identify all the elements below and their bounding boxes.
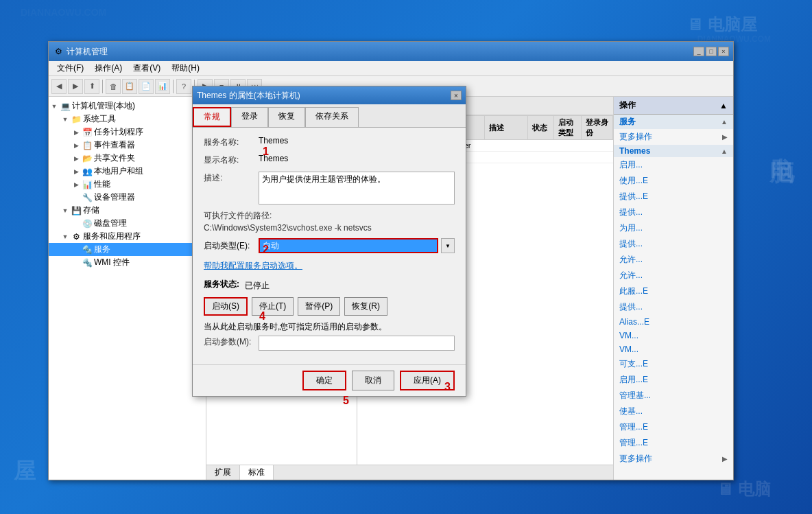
service-name-row: 服务名称: Themes [204, 136, 455, 148]
expand-devmgr[interactable] [71, 192, 82, 203]
ops-themes-item-16[interactable]: 使基... [614, 404, 733, 419]
toolbar-back[interactable]: ◀ [51, 79, 67, 94]
disk-icon: 💿 [82, 218, 93, 229]
description-label: 描述: [204, 172, 259, 184]
resume-button[interactable]: 恢复(R) [344, 297, 387, 316]
ops-more-actions-2[interactable]: 更多操作 ▶ [614, 451, 733, 467]
tree-systools[interactable]: ▼ 📁 系统工具 [49, 113, 206, 126]
expand-storage[interactable]: ▼ [60, 205, 71, 216]
ops-themes-item-12-label: VM... [619, 344, 638, 354]
start-params-input[interactable] [259, 336, 455, 351]
col-desc[interactable]: 描述 [485, 116, 528, 140]
tree-wmi[interactable]: 🔩 WMI 控件 [49, 256, 206, 269]
col-status[interactable]: 状态 [528, 116, 553, 140]
ops-themes-item-15[interactable]: 管理基... [614, 388, 733, 404]
ops-themes-item-7[interactable]: 允许... [614, 268, 733, 283]
expand-diskmgr[interactable] [71, 218, 82, 229]
expand-performance[interactable]: ▶ [71, 179, 82, 190]
tree-performance[interactable]: ▶ 📊 性能 [49, 178, 206, 191]
menu-action[interactable]: 操作(A) [89, 61, 128, 75]
dialog-close-button[interactable]: × [451, 91, 462, 100]
ops-themes-item-18[interactable]: 管理...E [614, 435, 733, 451]
tab-recovery[interactable]: 恢复 [268, 107, 305, 127]
start-params-label: 启动参数(M): [204, 336, 259, 348]
expand-sharedfolder[interactable]: ▶ [71, 153, 82, 164]
tree-storage[interactable]: ▼ 💾 存储 [49, 204, 206, 217]
toolbar-action4[interactable]: 📊 [155, 79, 170, 94]
toolbar-action3[interactable]: 📄 [139, 79, 154, 94]
ops-themes-item-0[interactable]: 启用... [614, 157, 733, 173]
startup-dropdown-arrow[interactable]: ▼ [441, 238, 455, 253]
tree-taskscheduler[interactable]: ▶ 📅 任务计划程序 [49, 126, 206, 139]
tab-extended[interactable]: 扩展 [206, 465, 240, 480]
sidebar: ▼ 💻 计算机管理(本地) ▼ 📁 系统工具 ▶ 📅 任务计划程序 ▶ 📋 事件… [49, 97, 206, 480]
ops-themes-item-17[interactable]: 管理...E [614, 419, 733, 435]
ops-themes-item-8-label: 此服...E [619, 285, 648, 297]
toolbar-up[interactable]: ⬆ [84, 79, 99, 94]
tree-diskmgr[interactable]: 💿 磁盘管理 [49, 217, 206, 230]
toolbar-help[interactable]: ? [176, 79, 191, 94]
ops-themes-item-6[interactable]: 允许... [614, 252, 733, 268]
tree-svcapp[interactable]: ▼ ⚙ 服务和应用程序 [49, 230, 206, 243]
toolbar-action2[interactable]: 📋 [122, 79, 137, 94]
stop-button[interactable]: 停止(T) [252, 297, 294, 316]
tree-root[interactable]: ▼ 💻 计算机管理(本地) [49, 100, 206, 113]
start-button[interactable]: 启动(S) [204, 297, 248, 316]
pause-button[interactable]: 暂停(P) [298, 297, 340, 316]
tree-services[interactable]: 🔩 服务 [49, 243, 206, 256]
expand-svcapp[interactable]: ▼ [60, 231, 71, 242]
ops-more-actions-1[interactable]: 更多操作 ▶ [614, 129, 733, 145]
ops-themes-item-3[interactable]: 提供... [614, 205, 733, 220]
toolbar-show-hide[interactable]: 🗑 [106, 79, 121, 94]
expand-taskscheduler[interactable]: ▶ [71, 127, 82, 138]
ops-themes-item-4[interactable]: 为用... [614, 220, 733, 236]
help-link[interactable]: 帮助我配置服务启动选项。 [204, 260, 455, 272]
tree-devmgr[interactable]: 🔧 设备管理器 [49, 191, 206, 204]
ops-themes-item-6-label: 允许... [619, 254, 643, 266]
properties-dialog: Themes 的属性(本地计算机) × 常规 登录 恢复 依存关系 服务名称: … [192, 86, 466, 397]
startup-type-select[interactable]: 自动 [259, 238, 438, 253]
ops-themes-item-1[interactable]: 使用...E [614, 173, 733, 189]
step-5-badge: 5 [343, 395, 349, 407]
dialog-footer: 确定 取消 应用(A) [193, 364, 466, 396]
expand-localusers[interactable]: ▶ [71, 166, 82, 177]
ok-button[interactable]: 确定 [302, 371, 346, 390]
expand-wmi[interactable] [71, 257, 82, 268]
col-startup[interactable]: 启动类型 [553, 116, 581, 140]
tree-localusers[interactable]: ▶ 👥 本地用户和组 [49, 165, 206, 178]
description-textarea[interactable] [259, 172, 455, 205]
minimize-button[interactable]: _ [693, 47, 704, 56]
ops-themes-item-10[interactable]: Alias...E [614, 315, 733, 329]
cancel-button[interactable]: 取消 [352, 371, 394, 390]
tab-general[interactable]: 常规 [193, 107, 231, 127]
menu-help[interactable]: 帮助(H) [166, 61, 205, 75]
ops-themes-item-13[interactable]: 可支...E [614, 356, 733, 372]
startup-type-label: 启动类型(E): [204, 240, 259, 252]
tree-sharedfolder[interactable]: ▶ 📂 共享文件夹 [49, 152, 206, 165]
watermark-top-left: DIANNAOWU.COM [21, 7, 106, 18]
close-button[interactable]: × [718, 47, 729, 56]
tab-dependencies[interactable]: 依存关系 [305, 107, 359, 127]
menu-file[interactable]: 文件(F) [51, 61, 89, 75]
ops-themes-section: Themes ▲ [614, 145, 733, 157]
ops-themes-item-14[interactable]: 启用...E [614, 372, 733, 388]
restore-button[interactable]: □ [706, 47, 717, 56]
ops-themes-item-9[interactable]: 提供... [614, 299, 733, 315]
col-login[interactable]: 登录身份 [581, 116, 612, 140]
tab-standard[interactable]: 标准 [240, 465, 274, 480]
expand-systools[interactable]: ▼ [60, 114, 71, 125]
service-name-label: 服务名称: [204, 136, 259, 148]
expand-eventviewer[interactable]: ▶ [71, 140, 82, 151]
expand-services[interactable] [71, 244, 82, 255]
tab-login[interactable]: 登录 [231, 107, 268, 127]
ops-themes-item-12[interactable]: VM... [614, 342, 733, 356]
menu-view[interactable]: 查看(V) [128, 61, 166, 75]
toolbar-forward[interactable]: ▶ [68, 79, 83, 94]
expand-root[interactable]: ▼ [49, 101, 60, 112]
tree-eventviewer[interactable]: ▶ 📋 事件查看器 [49, 139, 206, 152]
ops-themes-item-8[interactable]: 此服...E [614, 283, 733, 299]
ops-themes-item-5[interactable]: 提供... [614, 236, 733, 252]
ops-themes-item-11[interactable]: VM... [614, 329, 733, 342]
ops-themes-item-2[interactable]: 提供...E [614, 189, 733, 205]
ops-themes-item-13-label: 可支...E [619, 358, 648, 370]
